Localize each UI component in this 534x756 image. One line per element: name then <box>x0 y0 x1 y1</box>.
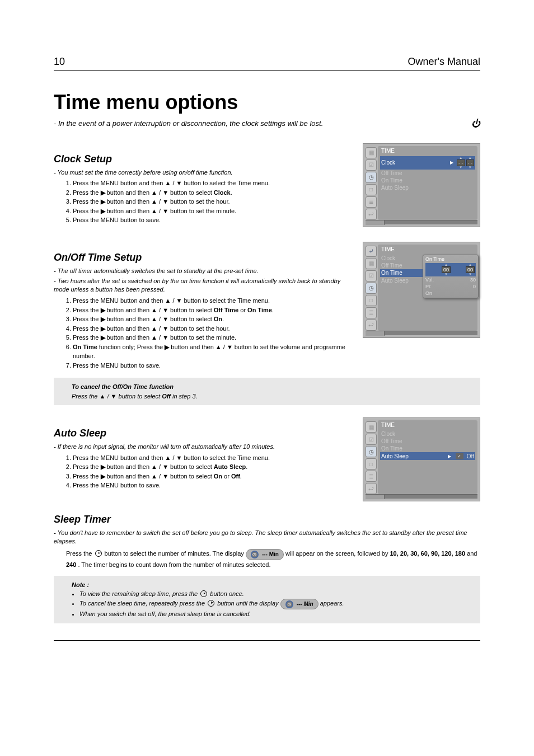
osd-row[interactable]: On Time <box>380 445 475 452</box>
lamp-icon: ☑ <box>366 434 377 445</box>
osd-title: TIME <box>380 246 475 255</box>
clock-menu-icon: ◷ <box>366 283 377 294</box>
osd-row[interactable]: Clock▶▲- -▼ ▲- -▼ <box>380 156 475 170</box>
lamp-icon: ☑ <box>366 159 377 171</box>
osd-min-pill: ◷--- Min <box>280 599 318 609</box>
step-item: Press the ▶ button and then ▲ / ▼ button… <box>73 333 354 342</box>
picture-icon: ▦ <box>366 147 377 158</box>
chevron-right-icon: ▶ <box>448 159 456 166</box>
osd-min-pill: ◷--- Min <box>246 549 284 560</box>
eq-icon: ≣ <box>366 471 377 482</box>
clock-menu-icon: ◷ <box>366 172 377 183</box>
book-title: Owner's Manual <box>408 56 481 68</box>
back-icon: ⤶ <box>366 246 377 257</box>
note-item: To view the remaining sleep time, press … <box>79 589 475 599</box>
note-item: To cancel the sleep time, repeatedly pre… <box>79 599 475 610</box>
autosleep-section: Auto Sleep - If there is no input signal… <box>54 417 480 501</box>
footer-rule <box>54 640 480 641</box>
autosleep-title: Auto Sleep <box>54 428 354 439</box>
clock-steps: Press the MENU button and then ▲ / ▼ but… <box>65 179 354 225</box>
screen-icon: □ <box>366 295 377 306</box>
chevron-right-icon: ▶ <box>446 453 453 459</box>
eq-icon: ≣ <box>366 196 377 208</box>
cancel-note: To cancel the Off/On Time function Press… <box>54 378 480 405</box>
step-item: Press the MENU button to save. <box>73 361 354 370</box>
clock-title: Clock Setup <box>54 153 354 165</box>
popup-row[interactable]: Pr.0 <box>425 283 476 290</box>
lead-note-text: In the event of a power interruption or … <box>58 119 323 128</box>
step-item: Press the ▶ button and then ▲ / ▼ button… <box>73 462 354 472</box>
check-icon: ✓ <box>456 453 463 459</box>
power-icon: ⏻ <box>471 118 480 130</box>
autosleep-steps: Press the MENU button and then ▲ / ▼ but… <box>65 453 354 490</box>
step-item: Press the ▶ button and then ▲ / ▼ button… <box>73 314 354 324</box>
note-item: When you switch the set off, the preset … <box>79 609 475 619</box>
sleeptimer-body: Press the button to select the number of… <box>66 549 480 570</box>
step-item: Press the ▶ button and then ▲ / ▼ button… <box>73 324 354 334</box>
eq-icon: ≣ <box>366 307 377 318</box>
cancel-head: To cancel the Off/On Time function <box>72 383 174 390</box>
clock-icon <box>95 550 102 557</box>
lead-note: - In the event of a power interruption o… <box>54 119 480 129</box>
step-item: Press the ▶ button and then ▲ / ▼ button… <box>73 206 354 216</box>
picture-icon: ▦ <box>366 258 377 269</box>
sleeptimer-notes: Note : To view the remaining sleep time,… <box>54 576 480 623</box>
step-item: Press the MENU button to save. <box>73 215 354 225</box>
clock-icon <box>200 590 207 597</box>
page-number: 10 <box>54 56 65 68</box>
onoff-note1: - The off timer automatically switches t… <box>54 267 354 275</box>
step-item: Press the ▶ button and then ▲ / ▼ button… <box>73 197 354 206</box>
osd-title: TIME <box>380 147 475 156</box>
step-item: On Time function only; Press the ▶ butto… <box>73 342 354 361</box>
screen-icon: □ <box>366 184 377 195</box>
onoff-steps: Press the MENU button and then ▲ / ▼ but… <box>65 296 354 370</box>
lamp-icon: ☑ <box>366 270 377 281</box>
clock-pill-icon: ◷ <box>285 600 293 608</box>
osd-row[interactable]: Clock <box>380 430 475 438</box>
step-item: Press the ▶ button and then ▲ / ▼ button… <box>73 306 354 315</box>
popup-title: On Time <box>425 256 476 262</box>
return-icon: ⮐ <box>366 209 377 220</box>
popup-row[interactable]: ▲00▼ ▲00▼ <box>425 263 476 276</box>
step-item: Press the MENU button and then ▲ / ▼ but… <box>73 296 354 306</box>
step-item: Press the MENU button and then ▲ / ▼ but… <box>73 453 354 463</box>
screen-icon: □ <box>366 458 377 469</box>
clock-section: Clock Setup - You must set the time corr… <box>54 143 480 227</box>
clock-note: - You must set the time correctly before… <box>54 168 354 177</box>
onoff-title: On/Off Time Setup <box>54 252 354 264</box>
osd-icon-column: ▦ ☑ ◷ □ ≣ ⮐ <box>366 146 378 220</box>
osd-row[interactable]: Off Time <box>380 438 475 445</box>
step-item: Press the MENU button and then ▲ / ▼ but… <box>73 179 354 188</box>
osd-title: TIME <box>380 421 475 430</box>
return-icon: ⮐ <box>366 483 377 494</box>
popup-row[interactable]: On <box>425 290 476 297</box>
sleeptimer-note: - You don't have to remember to switch t… <box>54 529 480 546</box>
clock-menu-icon: ◷ <box>366 446 377 457</box>
header-rule <box>54 70 480 71</box>
autosleep-note: - If there is no input signal, the monit… <box>54 443 354 451</box>
clock-pill-icon: ◷ <box>251 551 259 558</box>
ontime-popup: On Time ▲00▼ ▲00▼Vol.30Pr.0On <box>423 255 479 298</box>
onoff-section: On/Off Time Setup - The off timer automa… <box>54 242 480 370</box>
osd-row[interactable]: Auto Sleep▶✓Off <box>380 452 475 460</box>
step-item: Press the MENU button to save. <box>73 481 354 490</box>
return-icon: ⮐ <box>366 320 377 331</box>
picture-icon: ▦ <box>366 421 377 433</box>
sleeptimer-title: Sleep Timer <box>54 514 480 525</box>
clock-icon <box>208 600 214 607</box>
section-heading: Time menu options <box>54 91 480 114</box>
popup-row[interactable]: Vol.30 <box>425 276 476 283</box>
step-item: Press the ▶ button and then ▲ / ▼ button… <box>73 188 354 198</box>
autosleep-osd: ▦ ☑ ◷ □ ≣ ⮐ TIME ClockOff TimeOn TimeAut… <box>363 417 480 501</box>
onoff-note2: - Two hours after the set is switched on… <box>54 277 354 294</box>
osd-row[interactable]: Auto Sleep <box>380 184 475 191</box>
clock-osd: ▦ ☑ ◷ □ ≣ ⮐ TIME Clock▶▲- -▼ ▲- -▼Off Ti… <box>363 143 480 227</box>
cancel-body: Press the ▲ / ▼ button to select Off in … <box>72 393 198 400</box>
onoff-osd: ⤶ ▦ ☑ ◷ □ ≣ ⮐ TIME ClockOff TimeOn Time▶… <box>363 242 480 338</box>
osd-row[interactable]: On Time <box>380 177 475 184</box>
osd-row[interactable]: Off Time <box>380 170 475 177</box>
notes-head: Note : <box>72 581 89 588</box>
step-item: Press the ▶ button and then ▲ / ▼ button… <box>73 472 354 481</box>
